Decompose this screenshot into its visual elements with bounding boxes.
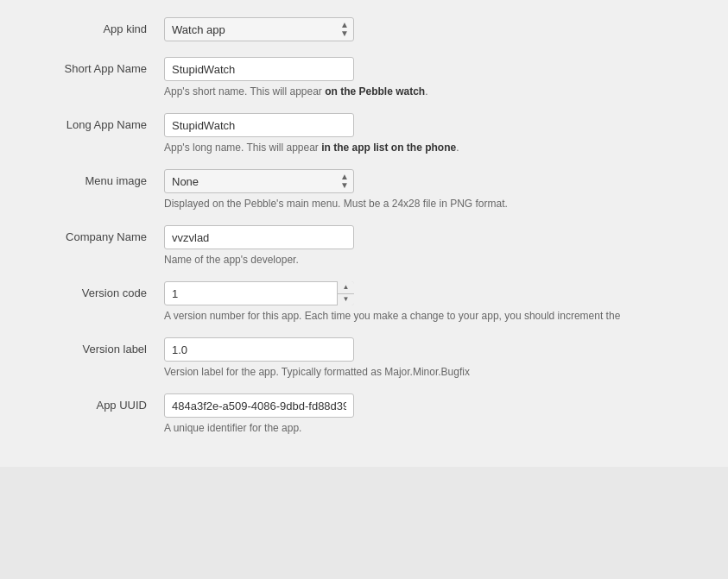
menu-image-select[interactable]: None Custom: [164, 169, 354, 193]
short-app-name-label: Short App Name: [26, 57, 164, 75]
long-app-name-input[interactable]: [164, 113, 354, 137]
version-code-help: A version number for this app. Each time…: [164, 310, 702, 322]
app-kind-row: App kind Watch app Watchface Background …: [26, 17, 702, 41]
version-label-row: Version label Version label for the app.…: [26, 337, 702, 378]
version-code-input[interactable]: [164, 281, 354, 305]
short-app-name-help: App's short name. This will appear on th…: [164, 85, 702, 98]
company-name-help: Name of the app's developer.: [164, 254, 702, 266]
long-app-name-field: App's long name. This will appear in the…: [164, 113, 702, 154]
menu-image-select-wrapper: None Custom ▲ ▼: [164, 169, 354, 193]
company-name-row: Company Name Name of the app's developer…: [26, 225, 702, 266]
short-app-name-row: Short App Name App's short name. This wi…: [26, 57, 702, 98]
long-app-name-label: Long App Name: [26, 113, 164, 131]
app-uuid-label: App UUID: [26, 393, 164, 412]
app-uuid-row: App UUID A unique identifier for the app…: [26, 393, 702, 434]
menu-image-label: Menu image: [26, 169, 164, 187]
long-app-name-help: App's long name. This will appear in the…: [164, 142, 702, 154]
version-code-field: ▲ ▼ A version number for this app. Each …: [164, 281, 702, 322]
version-code-spinners: ▲ ▼: [337, 281, 354, 305]
app-kind-field: Watch app Watchface Background app ▲ ▼: [164, 17, 702, 41]
version-code-input-wrapper: ▲ ▼: [164, 281, 354, 305]
app-uuid-help: A unique identifier for the app.: [164, 422, 702, 434]
app-uuid-field: A unique identifier for the app.: [164, 393, 702, 434]
settings-form: App kind Watch app Watchface Background …: [0, 0, 728, 467]
short-app-name-input[interactable]: [164, 57, 354, 81]
menu-image-field: None Custom ▲ ▼ Displayed on the Pebble'…: [164, 169, 702, 210]
app-kind-label: App kind: [26, 17, 164, 35]
version-label-input[interactable]: [164, 337, 354, 362]
short-app-name-field: App's short name. This will appear on th…: [164, 57, 702, 98]
version-label-help: Version label for the app. Typically for…: [164, 366, 702, 378]
version-label-label: Version label: [26, 337, 164, 356]
app-kind-select[interactable]: Watch app Watchface Background app: [164, 17, 354, 41]
company-name-label: Company Name: [26, 225, 164, 243]
menu-image-help: Displayed on the Pebble's main menu. Mus…: [164, 198, 702, 210]
version-code-row: Version code ▲ ▼ A version number for th…: [26, 281, 702, 322]
company-name-field: Name of the app's developer.: [164, 225, 702, 266]
version-code-label: Version code: [26, 281, 164, 299]
version-code-increment-button[interactable]: ▲: [338, 281, 354, 294]
app-uuid-input[interactable]: [164, 393, 354, 418]
app-kind-select-wrapper: Watch app Watchface Background app ▲ ▼: [164, 17, 354, 41]
version-code-decrement-button[interactable]: ▼: [338, 294, 354, 306]
menu-image-row: Menu image None Custom ▲ ▼ Displayed on …: [26, 169, 702, 210]
long-app-name-row: Long App Name App's long name. This will…: [26, 113, 702, 154]
company-name-input[interactable]: [164, 225, 354, 249]
version-label-field: Version label for the app. Typically for…: [164, 337, 702, 378]
